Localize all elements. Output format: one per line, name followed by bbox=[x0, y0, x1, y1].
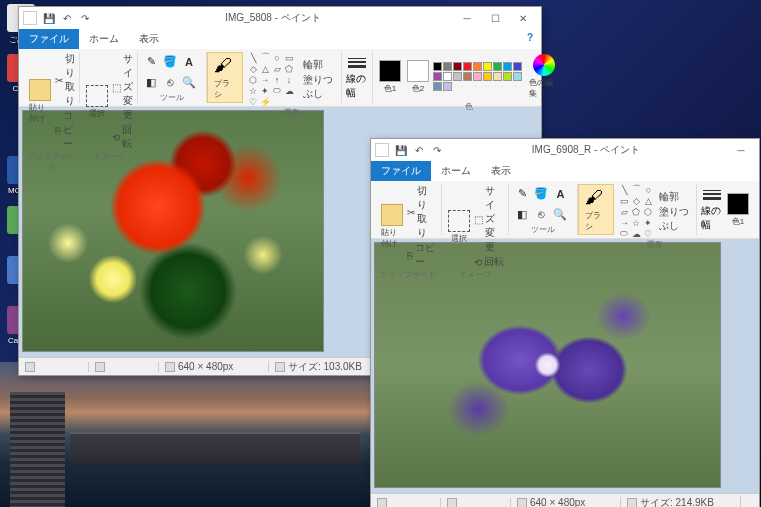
group-label: ツール bbox=[160, 92, 184, 103]
undo-icon[interactable]: ↶ bbox=[59, 10, 75, 26]
shape-outline-button[interactable]: 輪郭 bbox=[659, 190, 692, 204]
magnifier-icon[interactable]: 🔍 bbox=[180, 73, 198, 91]
save-icon[interactable]: 💾 bbox=[393, 142, 409, 158]
copy-button[interactable]: ⎘コピー bbox=[55, 109, 75, 151]
brushes-button[interactable]: 🖌ブラシ bbox=[583, 185, 609, 234]
pencil-icon[interactable]: ✎ bbox=[142, 53, 160, 71]
palette-swatch[interactable] bbox=[463, 62, 472, 71]
palette-swatch[interactable] bbox=[443, 82, 452, 91]
group-shapes: ╲⌒○▭◇△ ▱⬠⬡→↑↓ ☆✦⬭☁♡⚡ 輪郭 塗りつぶし 図形 bbox=[243, 52, 342, 103]
palette-swatch[interactable] bbox=[493, 62, 502, 71]
paste-button[interactable]: 貼り付け bbox=[27, 77, 53, 126]
eraser-icon[interactable]: ◧ bbox=[513, 205, 531, 223]
resize-button[interactable]: ⬚サイズ変更 bbox=[474, 184, 505, 254]
palette-swatch[interactable] bbox=[513, 62, 522, 71]
palette-swatch[interactable] bbox=[473, 62, 482, 71]
close-button[interactable]: ✕ bbox=[509, 8, 537, 28]
palette-swatch[interactable] bbox=[473, 72, 482, 81]
filesize-icon bbox=[275, 362, 285, 372]
palette-swatch[interactable] bbox=[443, 62, 452, 71]
palette-swatch[interactable] bbox=[483, 62, 492, 71]
shape-gallery[interactable]: ╲⌒○▭◇ △▱⬠⬡→ ☆✦⬭☁♡ bbox=[618, 184, 657, 239]
palette-swatch[interactable] bbox=[443, 72, 452, 81]
brushes-button[interactable]: 🖌ブラシ bbox=[212, 53, 238, 102]
color1-button[interactable]: 色1 bbox=[377, 58, 403, 96]
fill-icon[interactable]: 🪣 bbox=[161, 53, 179, 71]
minimize-button[interactable]: ─ bbox=[453, 8, 481, 28]
redo-icon[interactable]: ↷ bbox=[429, 142, 445, 158]
group-label: 図形 bbox=[647, 239, 663, 250]
palette-swatch[interactable] bbox=[433, 72, 442, 81]
tab-file[interactable]: ファイル bbox=[19, 29, 79, 49]
pencil-icon[interactable]: ✎ bbox=[513, 185, 531, 203]
tab-home[interactable]: ホーム bbox=[431, 161, 481, 181]
text-icon[interactable]: A bbox=[551, 185, 569, 203]
palette-swatch[interactable] bbox=[453, 62, 462, 71]
titlebar[interactable]: 💾 ↶ ↷ IMG_6908_R - ペイント ─ bbox=[371, 139, 759, 161]
picker-icon[interactable]: ⎋ bbox=[161, 73, 179, 91]
shape-gallery[interactable]: ╲⌒○▭◇△ ▱⬠⬡→↑↓ ☆✦⬭☁♡⚡ bbox=[247, 52, 301, 107]
text-icon[interactable]: A bbox=[180, 53, 198, 71]
app-icon bbox=[375, 143, 389, 157]
cut-button[interactable]: ✂切り取り bbox=[407, 184, 437, 240]
stroke-width-button[interactable]: 線の幅 bbox=[346, 56, 368, 100]
magnifier-icon[interactable]: 🔍 bbox=[551, 205, 569, 223]
group-label: 図形 bbox=[284, 107, 300, 118]
help-button[interactable]: ? bbox=[519, 29, 541, 49]
tab-view[interactable]: 表示 bbox=[481, 161, 521, 181]
resize-icon: ⬚ bbox=[112, 82, 121, 93]
palette-swatch[interactable] bbox=[463, 72, 472, 81]
rotate-button[interactable]: ⟲回転 bbox=[474, 255, 505, 269]
palette-swatch[interactable] bbox=[493, 72, 502, 81]
resize-button[interactable]: ⬚サイズ変更 bbox=[112, 52, 133, 122]
edit-colors-button[interactable]: 色の編集 bbox=[527, 52, 561, 101]
palette-swatch[interactable] bbox=[503, 72, 512, 81]
copy-button[interactable]: ⎘コピー bbox=[407, 241, 437, 269]
app-icon bbox=[23, 11, 37, 25]
select-button[interactable]: 選択 bbox=[84, 83, 110, 121]
selection-icon bbox=[95, 362, 105, 372]
tab-home[interactable]: ホーム bbox=[79, 29, 129, 49]
titlebar[interactable]: 💾 ↶ ↷ IMG_5808 - ペイント ─ ☐ ✕ bbox=[19, 7, 541, 29]
group-stroke: 線の幅 bbox=[342, 52, 373, 103]
tab-file[interactable]: ファイル bbox=[371, 161, 431, 181]
maximize-button[interactable]: ☐ bbox=[481, 8, 509, 28]
cut-button[interactable]: ✂切り取り bbox=[55, 52, 75, 108]
redo-icon[interactable]: ↷ bbox=[77, 10, 93, 26]
palette-swatch[interactable] bbox=[503, 62, 512, 71]
brush-icon: 🖌 bbox=[585, 187, 607, 209]
palette-swatch[interactable] bbox=[433, 62, 442, 71]
color1-button[interactable]: 色1 bbox=[725, 191, 751, 229]
tab-view[interactable]: 表示 bbox=[129, 29, 169, 49]
group-clipboard: 貼り付け ✂切り取り ⎘コピー クリップボード bbox=[23, 52, 80, 103]
group-label: クリップボード bbox=[27, 151, 75, 173]
dimensions-icon bbox=[517, 498, 527, 508]
palette-swatch[interactable] bbox=[433, 82, 442, 91]
filesize-icon bbox=[627, 498, 637, 508]
save-icon[interactable]: 💾 bbox=[41, 10, 57, 26]
group-label: クリップボード bbox=[380, 269, 436, 280]
minimize-button[interactable]: ─ bbox=[727, 140, 755, 160]
fill-icon[interactable]: 🪣 bbox=[532, 185, 550, 203]
palette-swatch[interactable] bbox=[483, 72, 492, 81]
color2-button[interactable]: 色2 bbox=[405, 58, 431, 96]
palette-swatch[interactable] bbox=[453, 72, 462, 81]
rotate-icon: ⟲ bbox=[112, 132, 120, 143]
shape-fill-button[interactable]: 塗りつぶし bbox=[303, 73, 337, 101]
palette-swatch[interactable] bbox=[513, 72, 522, 81]
shape-fill-button[interactable]: 塗りつぶし bbox=[659, 205, 692, 233]
eraser-icon[interactable]: ◧ bbox=[142, 73, 160, 91]
copy-icon: ⎘ bbox=[407, 250, 413, 261]
shape-outline-button[interactable]: 輪郭 bbox=[303, 58, 337, 72]
paste-button[interactable]: 貼り付け bbox=[379, 202, 405, 251]
select-button[interactable]: 選択 bbox=[446, 208, 472, 246]
scissors-icon: ✂ bbox=[55, 75, 63, 86]
stroke-width-button[interactable]: 線の幅 bbox=[701, 188, 723, 232]
picker-icon[interactable]: ⎋ bbox=[532, 205, 550, 223]
ribbon-tabs: ファイル ホーム 表示 bbox=[371, 161, 759, 181]
color-palette[interactable] bbox=[433, 62, 525, 91]
status-dimensions: 640 × 480px bbox=[178, 361, 233, 372]
undo-icon[interactable]: ↶ bbox=[411, 142, 427, 158]
resize-icon: ⬚ bbox=[474, 214, 483, 225]
rotate-button[interactable]: ⟲回転 bbox=[112, 123, 133, 151]
